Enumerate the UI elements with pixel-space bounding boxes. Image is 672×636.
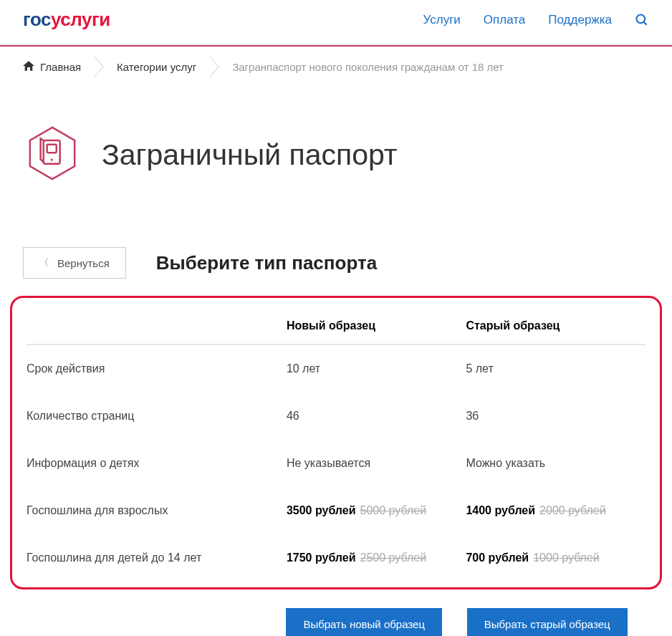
table-row: Госпошлина для детей до 14 лет1750 рубле… (27, 534, 645, 582)
cell-old: 1400 рублей2000 рублей (466, 487, 645, 534)
price-old: 2000 рублей (539, 504, 606, 516)
svg-line-1 (644, 21, 647, 24)
subtitle: Выберите тип паспорта (156, 252, 377, 274)
divider (0, 44, 672, 44)
select-new-button[interactable]: Выбрать новый образец (286, 608, 442, 636)
select-old-button[interactable]: Выбрать старый образец (467, 608, 628, 636)
comparison-box: Новый образец Старый образец Срок действ… (10, 296, 662, 589)
cell-label: Госпошлина для взрослых (27, 487, 287, 534)
svg-point-5 (51, 158, 53, 160)
cell-old: Можно указать (466, 440, 645, 487)
price: 1400 рублей (466, 504, 535, 516)
cell-label: Срок действия (27, 344, 287, 392)
chevron-right-icon (209, 57, 219, 77)
title-section: Заграничный паспорт (0, 87, 672, 186)
breadcrumb: Главная Категории услуг Загранпаспорт но… (0, 47, 672, 87)
back-button-label: Вернуться (57, 257, 110, 269)
cell-old: 36 (466, 392, 645, 440)
table-row: Срок действия10 лет5 лет (27, 344, 645, 392)
cell-label: Информация о детях (27, 440, 287, 487)
price: 700 рублей (466, 551, 529, 564)
cell-label: Количество страниц (27, 392, 287, 440)
nav: Услуги Оплата Поддержка (423, 13, 649, 27)
th-blank (27, 307, 287, 344)
nav-payment[interactable]: Оплата (484, 13, 525, 27)
spacer (24, 608, 286, 636)
price-old: 2500 рублей (360, 551, 427, 564)
header: госуслуги Услуги Оплата Поддержка (0, 0, 672, 31)
svg-point-0 (637, 14, 645, 23)
passport-icon (23, 124, 82, 186)
cell-new: 46 (287, 392, 466, 440)
button-row: Выбрать новый образец Выбрать старый обр… (24, 589, 648, 636)
breadcrumb-home[interactable]: Главная (23, 61, 81, 73)
price: 1750 рублей (287, 551, 356, 564)
th-new: Новый образец (287, 307, 466, 344)
cell-new: 10 лет (287, 344, 466, 392)
table-row: Количество страниц4636 (27, 392, 645, 440)
subtitle-row: 〈 Вернуться Выберите тип паспорта (0, 186, 672, 296)
cell-new: 1750 рублей2500 рублей (287, 534, 466, 582)
table-row: Госпошлина для взрослых3500 рублей5000 р… (27, 487, 645, 534)
search-icon[interactable] (635, 13, 649, 27)
table-row: Информация о детяхНе указываетсяМожно ук… (27, 440, 645, 487)
chevron-left-icon: 〈 (39, 256, 49, 269)
price-old: 5000 рублей (360, 504, 427, 516)
th-old: Старый образец (466, 307, 645, 344)
cell-old: 700 рублей1000 рублей (466, 534, 645, 582)
breadcrumb-categories[interactable]: Категории услуг (117, 61, 196, 73)
breadcrumb-home-label: Главная (40, 61, 81, 73)
chevron-right-icon (94, 57, 104, 77)
breadcrumb-current-label: Загранпаспорт нового поколения гражданам… (232, 61, 504, 73)
breadcrumb-current: Загранпаспорт нового поколения гражданам… (232, 61, 504, 73)
price-old: 1000 рублей (533, 551, 600, 564)
cell-new: 3500 рублей5000 рублей (287, 487, 466, 534)
back-button[interactable]: 〈 Вернуться (23, 247, 126, 279)
nav-services[interactable]: Услуги (423, 13, 461, 27)
logo[interactable]: госуслуги (23, 9, 110, 31)
page-title: Заграничный паспорт (102, 138, 398, 172)
cell-new: Не указывается (287, 440, 466, 487)
nav-support[interactable]: Поддержка (548, 13, 612, 27)
home-icon (23, 61, 34, 73)
comparison-table: Новый образец Старый образец Срок действ… (27, 307, 645, 582)
price: 3500 рублей (287, 504, 356, 516)
cell-old: 5 лет (466, 344, 645, 392)
svg-rect-4 (47, 145, 57, 153)
breadcrumb-categories-label: Категории услуг (117, 61, 196, 73)
cell-label: Госпошлина для детей до 14 лет (27, 534, 287, 582)
